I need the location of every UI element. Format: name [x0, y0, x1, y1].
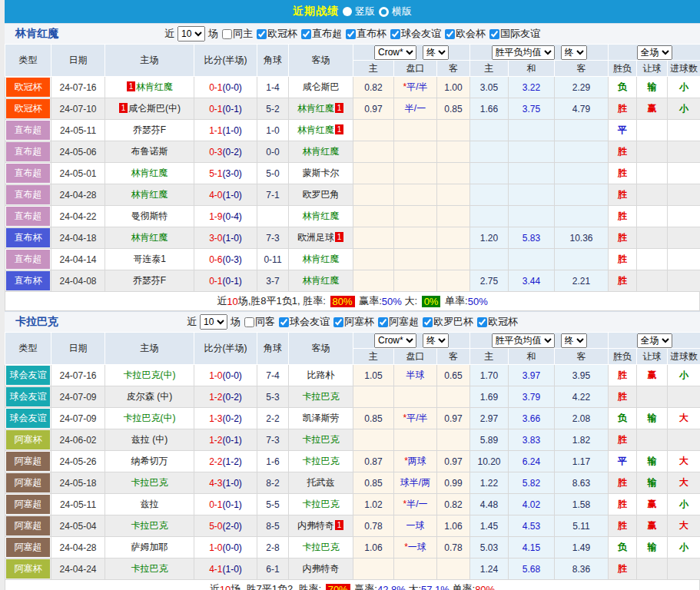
corner-cell: 1-0 — [257, 120, 289, 141]
home-team-name[interactable]: 咸仑斯巴(中) — [128, 103, 181, 114]
away-team-name[interactable]: 欧洲足球 — [297, 232, 334, 243]
home-team-name[interactable]: 乔瑟芬F — [133, 124, 166, 135]
away-team-cell: 卡拉巴克 — [289, 451, 353, 472]
home-team-name[interactable]: 曼彻斯特 — [131, 210, 168, 221]
league-filter[interactable]: 球会友谊 — [276, 315, 330, 329]
goals-cell: 小 — [668, 537, 700, 559]
halftime-score: (0-1) — [223, 276, 242, 287]
eu-away-odds: 4.79 — [555, 98, 609, 120]
league-filter-checkbox[interactable] — [489, 29, 499, 39]
layout-horizontal-radio[interactable]: 横版 — [379, 5, 412, 18]
away-team-name[interactable]: 林肯红魔 — [303, 275, 340, 286]
away-team-cell: 托武兹 — [289, 472, 353, 494]
eu-away-odds — [555, 120, 609, 141]
league-filter-checkbox[interactable] — [301, 29, 311, 39]
europe-avg-select[interactable]: 胜平负均值 — [492, 45, 555, 60]
layout-vertical-radio[interactable]: 竖版 — [343, 5, 375, 18]
league-filter-checkbox[interactable] — [346, 29, 356, 39]
home-team-name[interactable]: 皮尔森 (中) — [127, 391, 172, 402]
away-team-name[interactable]: 林肯红魔 — [297, 124, 334, 135]
same-venue-checkbox[interactable] — [244, 317, 254, 327]
col-subheader: 进球数 — [668, 349, 700, 365]
league-filter-checkbox[interactable] — [423, 317, 433, 327]
away-team-name[interactable]: 蒙斯卡尔 — [303, 167, 340, 178]
away-team-name[interactable]: 林肯红魔 — [303, 146, 340, 157]
away-team-name[interactable]: 卡拉巴克 — [303, 434, 340, 445]
league-filter[interactable]: 直布超 — [298, 27, 342, 41]
home-team-name[interactable]: 林肯红魔 — [136, 81, 173, 92]
league-filter[interactable]: 球会友谊 — [387, 27, 441, 41]
away-team-name[interactable]: 内弗特奇 — [297, 520, 334, 531]
europe-avg-select[interactable]: 胜平负均值 — [492, 333, 555, 348]
league-filter[interactable]: 欧冠杯 — [474, 315, 518, 329]
home-team-name[interactable]: 林肯红魔 — [131, 232, 168, 243]
ah-away-odds: 0.82 — [437, 494, 470, 515]
away-team-name[interactable]: 内弗特奇 — [303, 563, 340, 574]
away-team-name[interactable]: 卡拉巴克 — [303, 542, 340, 552]
league-filter[interactable]: 欧会杯 — [442, 27, 486, 41]
home-team-name[interactable]: 卡拉巴克(中) — [124, 370, 176, 380]
home-team-name[interactable]: 林肯红魔 — [131, 189, 168, 200]
home-team-name[interactable]: 乔瑟芬F — [133, 275, 166, 286]
home-team-name[interactable]: 兹拉 (中) — [131, 434, 168, 445]
league-filter-checkbox[interactable] — [279, 317, 289, 327]
away-team-name[interactable]: 卡拉巴克 — [303, 391, 340, 402]
date-cell: 24-04-08 — [51, 270, 105, 292]
away-team-name[interactable]: 卡拉巴克 — [303, 499, 340, 509]
date-cell: 24-05-01 — [51, 163, 105, 184]
scope-select[interactable]: 全场 — [637, 45, 672, 60]
recent-count-select[interactable]: 10 — [177, 26, 205, 41]
europe-final-select[interactable]: 终 — [561, 45, 587, 60]
scope-group-header: 全场 — [609, 333, 700, 349]
result-cell: 平 — [609, 451, 637, 472]
league-filter[interactable]: 欧冠杯 — [254, 27, 297, 41]
odds-final-select[interactable]: 终 — [423, 333, 449, 348]
same-venue-checkbox[interactable] — [222, 29, 232, 39]
result-cell: 胜 — [609, 227, 637, 249]
home-team-name[interactable]: 兹拉 — [141, 499, 159, 509]
same-venue-filter[interactable]: 同主 — [219, 27, 253, 41]
league-filter-checkbox[interactable] — [378, 317, 388, 327]
league-type-cell: 球会友谊 — [5, 408, 51, 429]
home-team-name[interactable]: 纳希切万 — [131, 456, 168, 466]
away-team-cell: 欧洲足球1 — [289, 227, 353, 249]
away-team-name[interactable]: 凯泽斯劳 — [303, 413, 340, 423]
home-team-name[interactable]: 萨姆加耶 — [131, 542, 168, 552]
league-filter[interactable]: 欧罗巴杯 — [420, 315, 473, 329]
league-filter-checkbox[interactable] — [390, 29, 400, 39]
away-team-name[interactable]: 欧罗巴角 — [303, 189, 340, 200]
eu-away-odds — [555, 184, 609, 206]
europe-final-select[interactable]: 终 — [561, 333, 587, 348]
league-filter-checkbox[interactable] — [445, 29, 455, 39]
home-team-name[interactable]: 林肯红魔 — [131, 167, 168, 178]
away-team-name[interactable]: 卡拉巴克 — [303, 456, 340, 466]
away-team-name[interactable]: 林肯红魔 — [303, 210, 340, 221]
odds-provider-select[interactable]: Crow* — [374, 45, 416, 60]
home-team-name[interactable]: 哥连泰1 — [133, 254, 166, 264]
home-team-name[interactable]: 卡拉巴克(中) — [124, 413, 176, 423]
away-team-name[interactable]: 托武兹 — [307, 477, 335, 488]
eu-away-odds: 4.22 — [555, 386, 609, 408]
corner-cell: 1-6 — [257, 451, 289, 472]
away-team-name[interactable]: 林肯红魔 — [303, 254, 340, 264]
same-venue-filter[interactable]: 同客 — [241, 315, 275, 329]
league-filter[interactable]: 阿塞超 — [375, 315, 419, 329]
league-filter-checkbox[interactable] — [333, 317, 343, 327]
goals-cell — [668, 206, 700, 227]
league-filter-checkbox[interactable] — [477, 317, 487, 327]
away-team-name[interactable]: 比路朴 — [307, 370, 335, 380]
league-filter[interactable]: 阿塞杯 — [330, 315, 374, 329]
scope-select[interactable]: 全场 — [637, 333, 672, 348]
away-team-name[interactable]: 咸仑斯巴 — [303, 81, 340, 92]
league-filter[interactable]: 直布杯 — [343, 27, 386, 41]
home-team-name[interactable]: 卡拉巴克 — [131, 477, 168, 488]
league-filter[interactable]: 国际友谊 — [486, 27, 540, 41]
home-team-name[interactable]: 卡拉巴克 — [131, 563, 168, 574]
odds-provider-select[interactable]: Crow* — [374, 333, 416, 348]
odds-final-select[interactable]: 终 — [423, 45, 449, 60]
away-team-name[interactable]: 林肯红魔 — [297, 103, 334, 114]
league-filter-checkbox[interactable] — [257, 29, 267, 39]
recent-count-select[interactable]: 10 — [200, 314, 227, 330]
home-team-name[interactable]: 布鲁诺斯 — [131, 146, 168, 157]
home-team-name[interactable]: 卡拉巴克 — [131, 520, 168, 531]
